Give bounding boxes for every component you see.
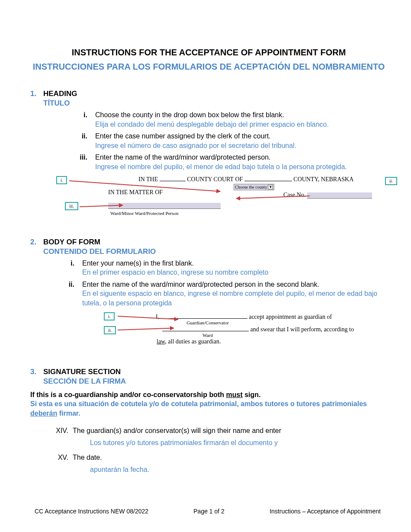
county-dropdown[interactable]: Choose the county [234,184,274,190]
section-1-num: 1. [30,90,40,98]
co-sign-note: If this is a co-guardianship and/or co-c… [30,390,387,418]
item-en: Enter the name of the ward/minor ward/pr… [95,153,347,162]
item-es: En el primer espacio en blanco, ingrese … [82,268,268,277]
section-2-list: i. Enter your name(s) in the first blank… [61,259,387,308]
in-the-label: IN THE [138,176,158,183]
item-en: Enter the name of the ward/minor ward/pr… [82,280,387,289]
xv-es: apuntarán la fecha. [90,465,387,475]
signature-list: XIV. The guardian(s) and/or conservator(… [48,426,387,475]
and-swear-text: and swear that I will perform, according… [250,326,354,333]
item-es: Ingrese el número de caso asignado por e… [95,141,296,151]
footer-center: Page 1 of 2 [193,508,225,515]
roman-i: i. [74,110,95,129]
section-2-label-es: CONTENIDO DEL FORMULARIO [43,247,387,256]
guardian-sublabel: Guardian/Conservator [177,320,238,325]
section-1-label-es: TÍTULO [43,99,387,108]
county-ne-label: COUNTY, NEBRASKA [293,176,353,183]
page-title-es: INSTRUCCIONES PARA LOS FORMULARIOS DE AC… [30,61,387,72]
roman-ii: ii. [61,280,82,308]
item-es: En el siguente espacio en blanco, ingres… [82,289,387,308]
callout-ii: ii. [385,177,397,185]
list-item: ii. Enter the name of the ward/minor war… [61,280,387,308]
ward-blank[interactable] [108,203,221,209]
heading-diagram: i. ii. iii. IN THE COUNTY COURT OF COUNT… [48,176,387,226]
footer-right: Instructions – Acceptance of Appointment [270,508,381,515]
footer-left: CC Acceptance Instructions NEW 08/2022 [35,508,148,515]
item-en: Enter the case number assigned by the cl… [95,131,296,141]
page-title-en: INSTRUCTIONS FOR THE ACCEPTANCE OF APPOI… [30,48,387,58]
section-1-list: i. Choose the county in the drop down bo… [74,110,387,172]
roman-ii: ii. [74,131,95,150]
list-item: i. Choose the county in the drop down bo… [74,110,387,129]
co-es-post: firmar. [57,410,80,417]
law-underlined: law [157,338,165,345]
co-en-post: sign. [243,391,261,398]
xv-en: The date. [73,452,102,463]
callout-i: i. [56,176,67,184]
section-heading: 1. HEADING [30,90,387,98]
list-item: iii. Enter the name of the ward/minor wa… [74,153,387,171]
case-no-blank[interactable] [307,192,372,199]
item-en: Enter your name(s) in the first blank. [82,259,268,268]
section-body-header: 2. BODY OF FORM [30,238,387,247]
xiv-es: Los tutores y/o tutores patrimoniales fi… [90,438,387,448]
section-signature-header: 3. SIGNATURE SECTION [30,368,387,376]
in-matter-label: IN THE MATTER OF [108,189,163,196]
section-2-num: 2. [30,238,40,247]
co-en-pre: If this is a co-guardianship and/or co-c… [30,391,226,398]
co-en-must: must [226,391,243,398]
item-es: Elija el condado del menú desplegable de… [95,120,329,129]
county-court-label: COUNTY COURT OF [187,176,243,183]
section-2-label-en: BODY OF FORM [43,238,100,247]
xiv-en: The guardian(s) and/or conservator(s) wi… [73,426,281,436]
roman-xiv: XIV. [48,426,73,436]
section-3-num: 3. [30,368,40,376]
i-text: I, [156,314,159,320]
item-en: Choose the county in the drop down box b… [95,110,329,120]
callout-iii: iii. [65,202,78,210]
accept-text: accept appointment as guardian of [249,314,332,320]
body-diagram: i. ii. I, accept appointment as guardian… [100,312,387,356]
callout-ii: ii. [104,326,116,334]
roman-i: i. [61,259,82,277]
list-item: i. Enter your name(s) in the first blank… [61,259,387,277]
list-item: ii. Enter the case number assigned by th… [74,131,387,150]
ward-sublabel: Ward/Minor Ward/Protected Person [110,211,179,216]
list-item: XIV. The guardian(s) and/or conservator(… [48,426,387,436]
section-3-label-en: SIGNATURE SECTION [43,368,121,376]
ward-sublabel: Ward [177,333,238,338]
page-footer: CC Acceptance Instructions NEW 08/2022 P… [0,508,411,515]
section-1-label-en: HEADING [43,90,77,98]
dropdown-label: Choose the county [235,185,267,189]
co-es-pre: Si esta es una situación de cotutela y/o… [30,400,367,407]
callout-i: i. [104,312,115,320]
roman-iii: iii. [74,153,95,171]
roman-xv: XV. [48,452,73,463]
law-rest: , all duties as guardian. [165,338,221,345]
item-es: Ingrese el nombre del pupilo, el menor d… [95,162,347,172]
co-es-must: deberán [30,410,57,417]
section-3-label-es: SECCIÓN DE LA FIRMA [43,377,387,386]
list-item: XV. The date. [48,452,387,463]
